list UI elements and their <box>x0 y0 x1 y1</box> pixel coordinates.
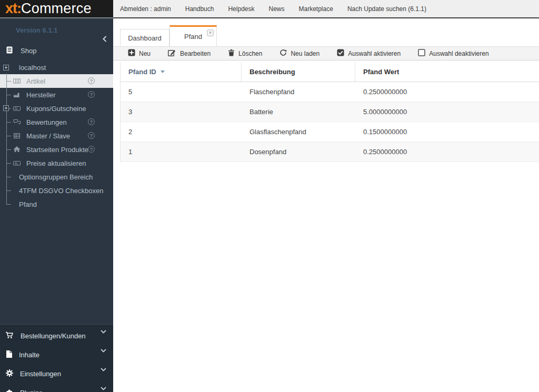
help-icon[interactable]: ? <box>88 77 95 84</box>
close-icon[interactable]: × <box>207 29 214 36</box>
chevron-down-icon[interactable] <box>101 383 106 392</box>
tab-label: Pfand <box>184 33 202 41</box>
tree-node-startseiten-produkte[interactable]: Startseiten Produkte ? <box>0 143 113 156</box>
chevron-down-icon[interactable] <box>101 326 106 336</box>
edit-button[interactable]: Bearbeiten <box>168 49 211 58</box>
version-label: Version 6.1.1 <box>16 26 58 34</box>
grid-icon <box>13 132 21 140</box>
tree-node-label: 4TFM DSGVO Checkboxen <box>19 187 103 195</box>
reload-button[interactable]: Neu laden <box>280 49 320 58</box>
tree-line <box>6 73 7 204</box>
tab-label: Dashboard <box>128 34 162 42</box>
activate-selection-button[interactable]: Auswahl aktivieren <box>337 49 401 58</box>
sidebar-item-label: Plugins <box>20 389 43 392</box>
sidebar-item-label: Bestellungen/Kunden <box>21 332 86 340</box>
tab-pfand[interactable]: Pfand × <box>169 25 217 46</box>
gear-icon <box>5 369 14 379</box>
coupon-icon <box>13 104 21 113</box>
delete-button[interactable]: Löschen <box>228 49 262 58</box>
tree-node-localhost[interactable]: + localhost <box>0 61 113 74</box>
tree-node-dsgvo-checkboxen[interactable]: 4TFM DSGVO Checkboxen <box>0 184 113 197</box>
checkbox-checked-icon <box>337 49 344 58</box>
help-icon[interactable]: ? <box>88 146 95 153</box>
button-label: Auswahl aktivieren <box>348 50 401 57</box>
help-icon[interactable]: ? <box>88 118 95 125</box>
table-row[interactable]: 3 Batterie 5.0000000000 <box>121 102 539 122</box>
factory-icon <box>13 91 21 99</box>
topnav-logout[interactable]: Abmelden : admin <box>120 5 171 13</box>
help-icon[interactable]: ? <box>88 132 95 139</box>
sidebar-item-label: Einstellungen <box>20 370 61 378</box>
topnav-news[interactable]: News <box>268 5 284 13</box>
tree-node-label: Bewertungen <box>26 118 67 126</box>
tree-node-hersteller[interactable]: Hersteller ? <box>0 88 113 102</box>
tree-node-label: Hersteller <box>26 91 56 99</box>
sidebar: Version 6.1.1 Shop + localhost Artikel ? <box>0 17 113 392</box>
cell-pfand-id: 2 <box>121 122 242 142</box>
tree-node-optionsgruppen[interactable]: Optionsgruppen Bereich <box>0 170 113 184</box>
chevron-down-icon[interactable] <box>101 345 106 355</box>
sidebar-item-inhalte[interactable]: Inhalte <box>0 344 113 363</box>
app-logo[interactable]: xt:Commerce <box>0 0 113 17</box>
checkbox-empty-icon <box>418 49 425 58</box>
logo-xt: xt: <box>5 1 21 16</box>
expand-icon[interactable]: + <box>3 105 9 111</box>
tree-node-preise-aktualisieren[interactable]: Preise aktualisieren <box>0 156 113 170</box>
sidebar-item-einstellungen[interactable]: Einstellungen <box>0 363 113 381</box>
app-window: xt:Commerce Abmelden : admin Handbuch He… <box>0 0 539 392</box>
cell-pfand-id: 3 <box>121 102 242 122</box>
sort-desc-icon <box>161 71 165 73</box>
topnav-update-check[interactable]: Nach Update suchen (6.1.1) <box>347 5 426 13</box>
tree-node-master-slave[interactable]: Master / Slave ? <box>0 129 113 143</box>
book-icon <box>5 46 14 56</box>
tree-node-bewertungen[interactable]: Bewertungen ? <box>0 115 113 129</box>
coupon-icon <box>13 159 21 167</box>
main-content: Dashboard Pfand × Neu Bearbeiten <box>113 18 539 392</box>
table-row[interactable]: 5 Flaschenpfand 0.2500000000 <box>121 82 539 102</box>
table-header-row: Pfand ID Beschreibung Pfand Wert <box>121 62 539 82</box>
cell-beschreibung: Batterie <box>242 102 355 122</box>
column-header-beschreibung[interactable]: Beschreibung <box>242 62 355 82</box>
topnav-handbuch[interactable]: Handbuch <box>185 5 214 13</box>
topnav-marketplace[interactable]: Marketplace <box>299 5 333 13</box>
sidebar-item-shop[interactable]: Shop <box>0 43 113 58</box>
new-button[interactable]: Neu <box>128 49 151 58</box>
plus-square-icon <box>128 49 135 58</box>
grid-toolbar: Neu Bearbeiten Löschen Neu laden <box>113 46 539 61</box>
cell-beschreibung: Glasflaschenpfand <box>242 122 355 142</box>
tree-node-kupons[interactable]: + Kupons/Gutscheine <box>0 102 113 115</box>
edit-icon <box>168 49 176 58</box>
puzzle-icon <box>5 388 14 392</box>
help-icon[interactable]: ? <box>88 91 95 98</box>
sidebar-sections: Bestellungen/Kunden Inhalte <box>0 324 113 392</box>
tree-node-label: Preise aktualisieren <box>26 159 86 167</box>
tree-node-pfand[interactable]: Pfand <box>0 197 113 211</box>
button-label: Auswahl deaktivieren <box>429 50 488 57</box>
top-navbar: Abmelden : admin Handbuch Helpdesk News … <box>113 0 539 18</box>
column-header-pfand-id[interactable]: Pfand ID <box>121 62 242 82</box>
refresh-icon <box>280 49 287 58</box>
expand-icon[interactable]: + <box>3 65 9 71</box>
tree-node-label: Optionsgruppen Bereich <box>19 173 93 181</box>
deactivate-selection-button[interactable]: Auswahl deaktivieren <box>418 49 488 58</box>
cell-pfand-id: 5 <box>121 82 242 102</box>
tree-node-artikel[interactable]: Artikel ? <box>0 74 113 88</box>
bars-icon <box>13 77 21 85</box>
tree-node-label: Master / Slave <box>26 132 70 140</box>
sidebar-item-plugins[interactable]: Plugins <box>0 381 113 392</box>
cell-pfand-wert: 0.1500000000 <box>355 122 539 142</box>
chevron-down-icon[interactable] <box>101 364 106 374</box>
sidebar-item-bestellungen-kunden[interactable]: Bestellungen/Kunden <box>0 325 113 344</box>
home-icon <box>13 145 21 154</box>
table-row[interactable]: 1 Dosenpfand 0.2500000000 <box>121 142 539 162</box>
table-row[interactable]: 2 Glasflaschenpfand 0.1500000000 <box>121 122 539 142</box>
cart-icon <box>5 331 14 341</box>
tab-dashboard[interactable]: Dashboard <box>120 29 169 46</box>
button-label: Neu <box>139 50 151 57</box>
topnav-helpdesk[interactable]: Helpdesk <box>228 5 254 13</box>
tree-node-label: localhost <box>19 64 46 72</box>
logo-commerce: Commerce <box>21 1 92 16</box>
cell-pfand-wert: 5.0000000000 <box>355 102 539 122</box>
column-header-pfand-wert[interactable]: Pfand Wert <box>355 62 539 82</box>
cell-pfand-wert: 0.2500000000 <box>355 82 539 102</box>
